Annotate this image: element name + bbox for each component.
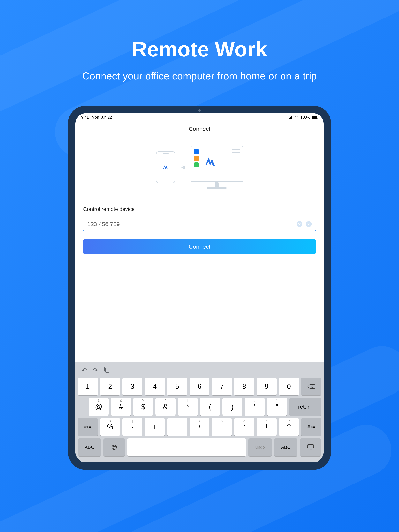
connect-button[interactable]: Connect — [83, 239, 316, 254]
key-?[interactable]: ?? — [279, 418, 299, 436]
key-abc-right[interactable]: ABC — [274, 438, 297, 456]
svg-point-9 — [312, 446, 312, 446]
svg-point-7 — [309, 446, 310, 446]
signal-icon — [289, 116, 293, 119]
key-abc[interactable]: ABC — [78, 438, 101, 456]
battery-icon — [312, 116, 318, 119]
key-![interactable]: !! — [257, 418, 277, 436]
ipad-screen: 9:41 Mon Jun 22 100% Connect •)) — [75, 113, 324, 462]
key-'[interactable]: ,' — [245, 398, 264, 416]
key-)[interactable]: ) — [223, 398, 242, 416]
app-logo-icon — [161, 163, 170, 171]
key-*[interactable]: [* — [178, 398, 198, 416]
key-&[interactable]: ^& — [155, 398, 175, 416]
redo-icon[interactable]: ↷ — [93, 367, 98, 374]
key-3[interactable]: 3 — [122, 378, 142, 395]
remote-id-input[interactable]: 123 456 789 — [87, 221, 120, 228]
key-%[interactable]: §% — [100, 418, 120, 436]
svg-rect-1 — [106, 368, 109, 372]
key-4[interactable]: 4 — [145, 378, 165, 395]
key-return[interactable]: return — [289, 398, 321, 416]
phone-illustration — [156, 151, 175, 184]
key-$[interactable]: ¥$ — [133, 398, 153, 416]
hide-keyboard-icon[interactable] — [300, 438, 321, 456]
form-label: Control remote device — [83, 206, 316, 212]
app-header: Connect — [75, 121, 324, 138]
svg-point-10 — [309, 447, 309, 447]
key-7[interactable]: 7 — [212, 378, 232, 395]
key-@[interactable]: €@ — [89, 398, 109, 416]
key-symbols-left[interactable]: #+= — [78, 418, 98, 436]
key-+[interactable]: ~+ — [145, 418, 165, 436]
svg-point-6 — [309, 446, 309, 446]
svg-point-11 — [310, 447, 310, 447]
key-=[interactable]: …= — [167, 418, 187, 436]
key-8[interactable]: 8 — [234, 378, 254, 395]
key-1[interactable]: 1 — [78, 378, 98, 395]
status-bar: 9:41 Mon Jun 22 100% — [75, 113, 324, 121]
svg-point-8 — [311, 446, 311, 446]
svg-point-12 — [311, 447, 312, 447]
key-:[interactable]: >: — [234, 418, 254, 436]
keyboard: ↶ ↷ 1234567890 €@£#¥$^&[*](),'""return #… — [75, 362, 324, 462]
backspace-icon[interactable] — [301, 378, 321, 395]
hero-subtitle: Connect your office computer from home o… — [0, 70, 399, 82]
monitor-illustration — [191, 146, 243, 189]
key--[interactable]: |- — [122, 418, 142, 436]
key-;[interactable]: <; — [212, 418, 232, 436]
key-undo[interactable]: undo — [248, 438, 272, 456]
key-"[interactable]: "" — [267, 398, 287, 416]
hero-title: Remote Work — [0, 37, 399, 61]
key-0[interactable]: 0 — [279, 378, 299, 395]
illustration: •)) — [75, 138, 324, 200]
key-5[interactable]: 5 — [167, 378, 187, 395]
key-symbols-right[interactable]: #+= — [301, 418, 321, 436]
clipboard-icon[interactable] — [104, 367, 109, 374]
text-cursor — [120, 221, 120, 228]
globe-icon[interactable] — [103, 438, 125, 456]
key-#[interactable]: £# — [111, 398, 131, 416]
status-date: Mon Jun 22 — [91, 115, 112, 120]
key-/[interactable]: \/ — [190, 418, 210, 436]
wifi-icon — [295, 115, 299, 119]
key-9[interactable]: 9 — [257, 378, 277, 395]
key-6[interactable]: 6 — [190, 378, 210, 395]
battery-pct: 100% — [300, 115, 310, 120]
key-([interactable]: ]( — [200, 398, 220, 416]
key-space[interactable] — [127, 438, 246, 456]
ipad-camera — [198, 109, 201, 112]
clear-input-icon[interactable] — [296, 221, 302, 227]
undo-icon[interactable]: ↶ — [82, 367, 87, 374]
key-2[interactable]: 2 — [100, 378, 120, 395]
dropdown-icon[interactable] — [306, 221, 312, 227]
remote-id-input-wrap[interactable]: 123 456 789 — [83, 217, 316, 231]
wireless-icon: •)) — [181, 164, 185, 170]
ipad-frame: 9:41 Mon Jun 22 100% Connect •)) — [68, 106, 331, 470]
svg-rect-5 — [308, 444, 314, 448]
status-time: 9:41 — [81, 115, 89, 120]
